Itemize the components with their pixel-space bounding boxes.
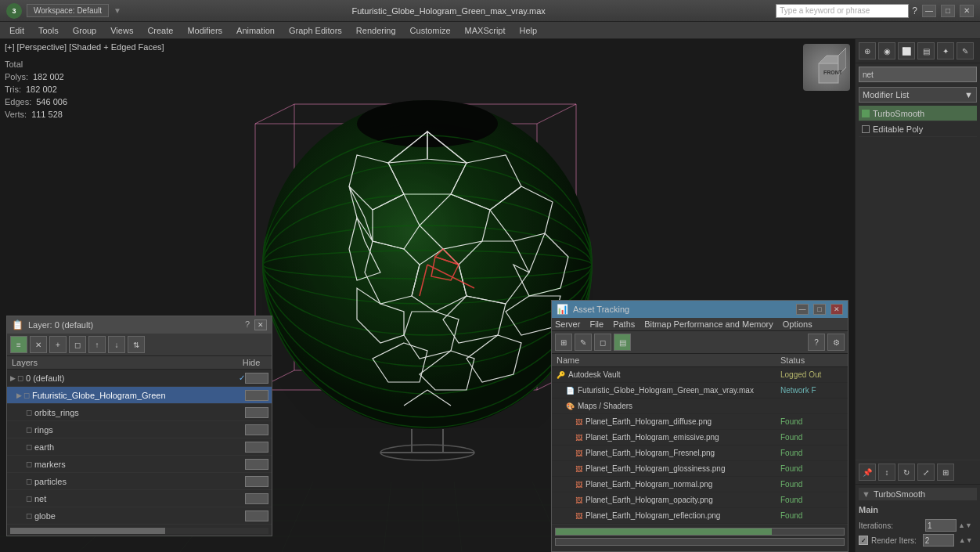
asset-item-maps[interactable]: 🎨 Maps / Shaders [552,399,848,414]
layer-rect-orbits[interactable] [245,407,268,418]
layer-item-0[interactable]: ▶ ◻ 0 (default) ✓ [7,370,272,387]
asset-item-opacity[interactable]: 🖼 Planet_Earth_Hologram_opacity.png Foun… [552,492,848,508]
tool-icon-scale[interactable]: ⤢ [917,464,935,481]
tool-icon-rotate[interactable]: ↻ [898,464,915,481]
asset-item-normal[interactable]: 🖼 Planet_Earth_Hologram_normal.png Found [552,477,848,492]
menu-item-group[interactable]: Group [67,24,103,37]
asset-item-main-file[interactable]: 📄 Futuristic_Globe_Hologram_Green_max_vr… [552,383,848,399]
panel-icon-4[interactable]: ✦ [937,42,954,60]
asset-tool-0[interactable]: ⊞ [555,334,572,351]
minimize-button[interactable]: — [922,5,936,17]
layer-item-rings[interactable]: ◻ rings [7,421,272,438]
layers-scrollbar[interactable] [10,528,268,534]
nav-cube[interactable]: FRONT [803,44,850,91]
tool-icon-move[interactable]: ↕ [878,464,895,481]
help-icon[interactable]: ? [912,5,917,16]
layers-help-btn[interactable]: ? [245,319,250,330]
asset-tool-1[interactable]: ✎ [575,334,592,351]
layer-rect-earth[interactable] [245,442,268,453]
asset-menu-options[interactable]: Options [783,319,812,329]
render-iters-value[interactable]: 2 [923,534,954,547]
layer-item-hologram[interactable]: ◻ Futuristic_Globe_Hologram_Green [7,525,272,526]
render-iters-spinner[interactable]: ▲▼ [959,536,973,544]
menu-item-customize[interactable]: Customize [404,24,457,37]
asset-tool-help[interactable]: ? [808,334,825,351]
asset-minimize-btn[interactable]: — [796,304,809,315]
modifier-item-editable-poly[interactable]: Editable Poly [859,121,977,137]
iterations-value[interactable]: 1 [925,519,957,532]
workspace-button[interactable]: Workspace: Default [27,4,109,17]
layer-rect-1[interactable] [245,390,268,401]
menu-item-help[interactable]: Help [513,24,544,37]
layer-tool-layers[interactable]: ≡ [10,336,27,353]
maximize-button[interactable]: □ [941,5,955,17]
layers-close-btn[interactable]: ✕ [254,319,267,330]
layer-item-earth[interactable]: ◻ earth [7,438,272,456]
menu-item-modifiers[interactable]: Modifiers [181,24,229,37]
menu-item-views[interactable]: Views [104,24,139,37]
layers-col-name: Layers [12,358,236,367]
asset-item-diffuse[interactable]: 🖼 Planet_Earth_Hologram_diffuse.png Foun… [552,414,848,430]
menu-item-rendering[interactable]: Rendering [350,24,402,37]
panel-icon-3[interactable]: ▤ [917,42,935,60]
layer-tool-add[interactable]: + [49,336,67,353]
tool-icon-pin[interactable]: 📌 [859,464,876,481]
close-button[interactable]: ✕ [960,5,974,17]
asset-item-vault[interactable]: 🔑 Autodesk Vault Logged Out [552,367,848,383]
asset-tool-3[interactable]: ▤ [614,334,631,351]
menu-item-animation[interactable]: Animation [230,24,281,37]
asset-item-fresnel[interactable]: 🖼 Planet_Earth_Hologram_Fresnel.png Foun… [552,446,848,461]
asset-tool-2[interactable]: ◻ [594,334,611,351]
menu-item-tools[interactable]: Tools [32,24,65,37]
panel-icon-2[interactable]: ⬜ [898,42,915,60]
asset-item-reflection[interactable]: 🖼 Planet_Earth_Hologram_reflection.png F… [552,508,848,524]
layer-rect-rings[interactable] [245,424,268,435]
tool-icon-select[interactable]: ⊞ [937,464,954,481]
layers-scroll-thumb[interactable] [10,528,165,534]
layer-tool-down[interactable]: ↓ [108,336,125,353]
layer-tool-delete[interactable]: ✕ [30,336,47,353]
asset-title-bar[interactable]: 📊 Asset Tracking — □ ✕ [552,301,848,318]
layers-title-bar[interactable]: 📋 Layer: 0 (default) ? ✕ [7,316,272,334]
search-box[interactable]: Type a keyword or phrase [776,4,909,18]
menu-item-maxscript[interactable]: MAXScript [459,24,512,37]
asset-tool-settings[interactable]: ⚙ [827,334,845,351]
asset-menu-paths[interactable]: Paths [613,319,635,329]
layer-rect-particles[interactable] [245,476,268,487]
asset-menu-file[interactable]: File [589,319,603,329]
menu-item-edit[interactable]: Edit [3,24,31,37]
iterations-label: Iterations: [859,521,925,530]
asset-menu-bitmap[interactable]: Bitmap Performance and Memory [644,319,773,329]
layer-item-net[interactable]: ◻ net [7,490,272,507]
iterations-spinner[interactable]: ▲▼ [958,521,972,529]
menu-item-graph-editors[interactable]: Graph Editors [283,24,348,37]
modifier-search-input[interactable] [859,67,977,82]
asset-close-btn[interactable]: ✕ [830,304,843,315]
layer-item-orbits[interactable]: ◻ orbits_rings [7,404,272,421]
menu-item-create[interactable]: Create [141,24,179,37]
render-iters-checkbox[interactable]: ✓ [859,536,868,545]
asset-menu-server[interactable]: Server [555,319,580,329]
panel-icon-5[interactable]: ✎ [957,42,974,60]
layer-tool-select[interactable]: ◻ [69,336,86,353]
layer-rect-0[interactable] [245,373,268,384]
layer-item-1[interactable]: ▶ ◻ Futuristic_Globe_Hologram_Green [7,387,272,404]
asset-item-emissive[interactable]: 🖼 Planet_Earth_Hologram_emissive.png Fou… [552,430,848,446]
window-controls: — □ ✕ [921,5,974,17]
layer-rect-globe[interactable] [245,511,268,521]
layer-tool-sort[interactable]: ⇅ [128,336,145,353]
panel-icon-1[interactable]: ◉ [878,42,895,60]
modifier-item-turbosmoooth[interactable]: TurboSmooth [859,106,977,121]
panel-icon-0[interactable]: ⊕ [859,42,876,60]
layer-rect-markers[interactable] [245,459,268,470]
layer-item-markers[interactable]: ◻ markers [7,456,272,473]
viewport-nav[interactable]: FRONT [803,44,850,91]
layer-tool-up[interactable]: ↑ [88,336,106,353]
layer-item-particles[interactable]: ◻ particles [7,473,272,490]
layer-rect-net[interactable] [245,493,268,504]
workspace-arrow[interactable]: ▼ [113,6,121,15]
asset-item-glossiness[interactable]: 🖼 Planet_Earth_Hologram_glossiness.png F… [552,461,848,477]
asset-maximize-btn[interactable]: □ [813,304,826,315]
layer-item-globe[interactable]: ◻ globe [7,507,272,525]
modifier-dropdown[interactable]: Modifier List ▼ [859,87,977,103]
